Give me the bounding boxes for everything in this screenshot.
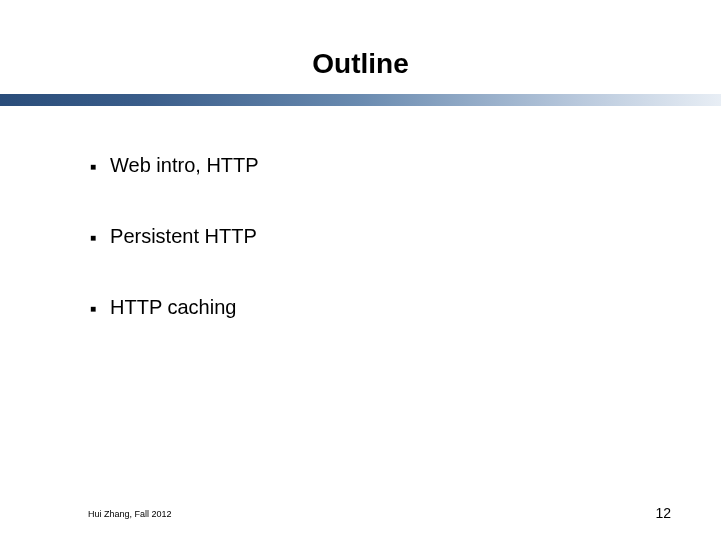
bullet-text: Persistent HTTP <box>110 225 257 248</box>
footer-page-number: 12 <box>655 505 671 521</box>
bullet-marker-icon: ■ <box>90 161 96 172</box>
slide-title: Outline <box>0 0 721 94</box>
bullet-marker-icon: ■ <box>90 232 96 243</box>
bullet-text: Web intro, HTTP <box>110 154 259 177</box>
list-item: ■ Persistent HTTP <box>90 225 721 248</box>
list-item: ■ HTTP caching <box>90 296 721 319</box>
bullet-marker-icon: ■ <box>90 303 96 314</box>
bullet-text: HTTP caching <box>110 296 236 319</box>
divider-bar <box>0 94 721 106</box>
list-item: ■ Web intro, HTTP <box>90 154 721 177</box>
content-area: ■ Web intro, HTTP ■ Persistent HTTP ■ HT… <box>0 106 721 319</box>
footer-author: Hui Zhang, Fall 2012 <box>88 509 172 519</box>
